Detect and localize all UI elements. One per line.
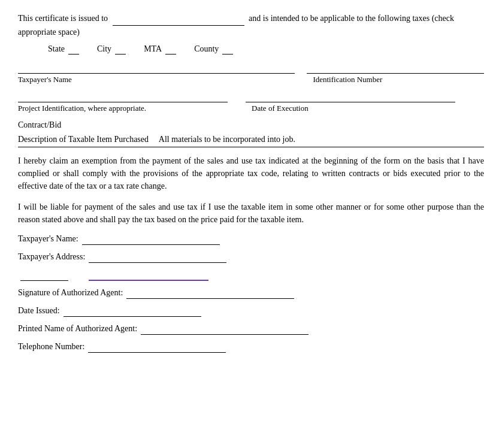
date-input[interactable]: [20, 270, 68, 281]
telephone-input[interactable]: [88, 342, 226, 353]
city-checkbox[interactable]: [115, 44, 126, 55]
liability-paragraph: I will be liable for payment of the sale…: [18, 201, 484, 226]
taxpayer-address-label: Taxpayer's Address:: [18, 252, 85, 262]
bottom-taxpayer-name-input[interactable]: [82, 234, 220, 245]
telephone-row: Telephone Number:: [18, 342, 484, 353]
mta-label: MTA: [144, 44, 162, 54]
taxpayer-id-label-row: Taxpayer's Name Identification Number: [18, 75, 484, 84]
description-row: Description of Taxable Item Purchased Al…: [18, 135, 484, 144]
city-tax-item: City: [97, 44, 126, 55]
printed-name-input[interactable]: [141, 324, 309, 335]
sig-box: [86, 270, 208, 281]
id-number-field: [307, 62, 484, 74]
taxpayer-name-field: [18, 62, 295, 74]
intro-before: This certificate is issued to: [18, 14, 108, 23]
sig-input[interactable]: [89, 270, 208, 281]
project-date-field-row: [18, 92, 484, 102]
sig-agent-label: Signature of Authorized Agent:: [18, 288, 123, 298]
date-issued-label: Date Issued:: [18, 306, 60, 316]
printed-name-label: Printed Name of Authorized Agent:: [18, 324, 137, 334]
tax-type-row: State City MTA County: [48, 44, 484, 55]
id-number-line[interactable]: [307, 62, 484, 74]
printed-name-row: Printed Name of Authorized Agent:: [18, 324, 484, 335]
date-issued-input[interactable]: [63, 306, 201, 317]
description-label: Description of Taxable Item Purchased: [18, 135, 149, 144]
description-value: All materials to be incorporated into jo…: [159, 135, 295, 144]
contract-bid-section: Contract/Bid: [18, 120, 484, 130]
taxpayer-address-row: Taxpayer's Address:: [18, 252, 484, 263]
state-tax-item: State: [48, 44, 79, 55]
date-issued-row: Date Issued:: [18, 306, 484, 317]
date-exec-label: Date of Execution: [246, 104, 455, 113]
issued-to-field[interactable]: [113, 13, 244, 26]
id-number-label: Identification Number: [307, 75, 484, 84]
telephone-label: Telephone Number:: [18, 342, 84, 352]
bottom-taxpayer-name-row: Taxpayer's Name:: [18, 234, 484, 245]
sig-agent-row: Signature of Authorized Agent:: [18, 288, 484, 299]
contract-bid-label: Contract/Bid: [18, 120, 61, 129]
bottom-taxpayer-name-label: Taxpayer's Name:: [18, 234, 78, 244]
state-label: State: [48, 44, 65, 54]
county-label: County: [194, 44, 219, 54]
county-checkbox[interactable]: [222, 44, 233, 55]
date-exec-line[interactable]: [246, 92, 455, 102]
taxpayer-address-input[interactable]: [89, 252, 226, 263]
taxpayer-name-label: Taxpayer's Name: [18, 75, 295, 84]
divider: [18, 147, 484, 147]
mta-checkbox[interactable]: [165, 44, 176, 55]
project-id-line[interactable]: [18, 92, 228, 102]
date-box: [18, 270, 68, 281]
state-checkbox[interactable]: [68, 44, 79, 55]
project-date-label-row: Project Identification, where appropriat…: [18, 104, 484, 113]
county-tax-item: County: [194, 44, 233, 55]
taxpayer-id-field-row: [18, 62, 484, 74]
sig-agent-input[interactable]: [126, 288, 294, 299]
project-id-label: Project Identification, where appropriat…: [18, 104, 228, 113]
city-label: City: [97, 44, 111, 54]
date-sig-row: [18, 270, 484, 281]
mta-tax-item: MTA: [144, 44, 176, 55]
taxpayer-name-line[interactable]: [18, 62, 295, 74]
intro-paragraph: This certificate is issued to and is int…: [18, 12, 484, 38]
exemption-paragraph: I hereby claim an exemption from the pay…: [18, 155, 484, 192]
